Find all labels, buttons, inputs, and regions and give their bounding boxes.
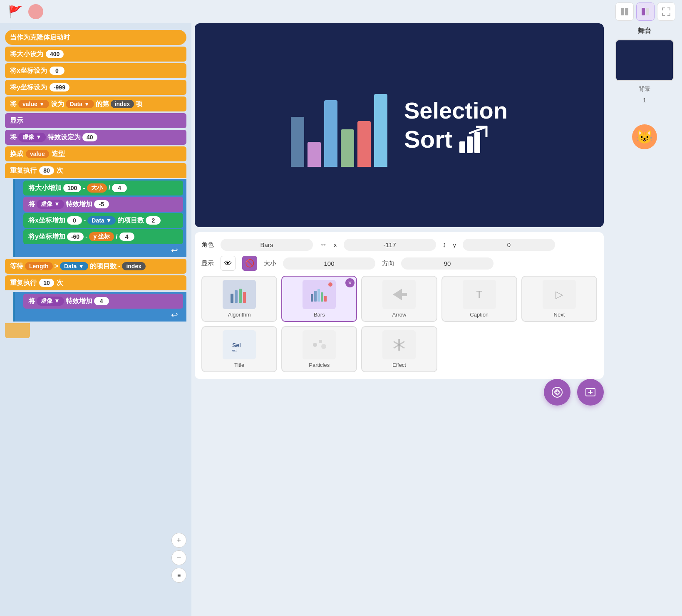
x-divisor-input[interactable]: 2 (146, 216, 161, 225)
data-dropdown3[interactable]: Data ▼ (60, 262, 88, 270)
sprites-grid: Algorithm ✕ Bars (201, 276, 597, 372)
block-wait[interactable]: 等待 Length > Data ▼ 的项目数 - index (5, 259, 186, 274)
eye-visible-button[interactable]: 👁 (221, 256, 236, 271)
index-input2[interactable]: index (122, 262, 146, 270)
block-label: 将大小设为 (10, 50, 43, 59)
sprite-thumb-next[interactable]: ▷ Next (521, 276, 597, 322)
loop-arrow2-icon: ↩ (171, 310, 178, 320)
size-var-dropdown[interactable]: 大小 (87, 183, 107, 193)
block-set-value[interactable]: 将 value ▼ 设为 Data ▼ 的第 index 项 (5, 96, 186, 111)
block-change-x[interactable]: 将x坐标增加 0 - Data ▼ 的项目数 2 (23, 213, 183, 228)
sprite-thumb-arrow[interactable]: Arrow (361, 276, 437, 322)
caption-label: Caption (470, 312, 489, 318)
ghost-dropdown[interactable]: 虚像 ▼ (18, 133, 46, 142)
repeat-val[interactable]: 80 (39, 166, 54, 175)
svg-rect-13 (314, 291, 317, 302)
block-set-x[interactable]: 将x坐标设为 0 (5, 63, 186, 78)
zoom-out-button[interactable]: − (171, 550, 186, 565)
sprite-thumb-effect[interactable]: Effect (361, 326, 437, 372)
main-layout: 当作为克隆体启动时 将大小设为 400 将x坐标设为 0 将y坐标设为 -999… (0, 23, 682, 616)
x-input[interactable]: 0 (50, 67, 64, 75)
size-delta-input[interactable]: 100 (63, 184, 81, 192)
sprite-thumb-title[interactable]: Sel ect Title (201, 326, 277, 372)
arrow-thumb-icon (389, 285, 409, 304)
block-set-size[interactable]: 将大小设为 400 (5, 47, 186, 62)
block-switch-costume[interactable]: 换成 value 造型 (5, 146, 186, 161)
block-change-y[interactable]: 将y坐标增加 -60 - y 坐标 / 4 (23, 229, 183, 244)
backdrop-number: 1 (643, 97, 646, 104)
zoom-in-button[interactable]: + (171, 533, 186, 548)
effect-val-input[interactable]: 40 (82, 133, 97, 141)
x-delta-input[interactable]: 0 (67, 216, 82, 225)
green-flag-button[interactable]: 🚩 (7, 3, 23, 20)
direction-value-input[interactable] (401, 257, 494, 270)
size-input[interactable]: 400 (46, 50, 64, 58)
svg-rect-6 (474, 132, 480, 153)
block-set-effect[interactable]: 将 虚像 ▼ 特效设定为 40 (5, 130, 186, 145)
block-change-size[interactable]: 将大小增加 100 - 大小 / 4 (23, 181, 183, 195)
stop-button[interactable] (28, 4, 43, 19)
bar-3 (324, 100, 337, 167)
data-dropdown2[interactable]: Data ▼ (87, 216, 116, 225)
block-label: 重复执行 (10, 279, 37, 287)
props-row-top: 角色 ↔ x ↕ y (201, 239, 597, 251)
length-dropdown[interactable]: Length (25, 262, 53, 270)
divisor-input[interactable]: 4 (112, 184, 127, 192)
y-value-input[interactable] (463, 239, 555, 251)
delete-bars-button[interactable]: ✕ (345, 278, 355, 287)
sprite-thumb-algorithm[interactable]: Algorithm (201, 276, 277, 322)
sprite-name-input[interactable] (221, 239, 313, 251)
ghost-delta-input[interactable]: -5 (94, 200, 109, 208)
arrow-thumb-img (382, 280, 416, 309)
x-value-input[interactable] (344, 239, 436, 251)
costume-dropdown[interactable]: value (26, 150, 49, 158)
value-dropdown[interactable]: value ▼ (18, 100, 49, 108)
block-show[interactable]: 显示 (5, 113, 186, 128)
title-line2: Sort (404, 125, 508, 154)
eye-hidden-button[interactable]: 🚫 (242, 256, 257, 271)
fullscreen-button[interactable] (657, 2, 675, 21)
block-label: 当作为克隆体启动时 (10, 33, 70, 42)
block-repeat-10[interactable]: 重复执行 10 次 (5, 275, 186, 290)
y-delta-input[interactable]: -60 (67, 233, 84, 241)
sprite-thumb-caption[interactable]: T Caption (441, 276, 517, 322)
block-repeat-80[interactable]: 重复执行 80 次 (5, 163, 186, 178)
stage-thumbnail[interactable] (615, 40, 674, 81)
block-bottom[interactable] (5, 323, 30, 338)
right-panel: 舞台 背景 1 😺 (607, 23, 682, 616)
block-clone-start[interactable]: 当作为克隆体启动时 (5, 30, 186, 45)
arrow-label: Arrow (392, 312, 407, 318)
fit-button[interactable]: ≡ (171, 568, 186, 583)
bars-label: Bars (314, 312, 325, 318)
block-label: 等待 (10, 262, 23, 271)
code-view-button[interactable] (636, 2, 655, 21)
block-label: 将y坐标增加 (28, 233, 65, 241)
sprite-label: 角色 (201, 241, 214, 249)
y-var-dropdown[interactable]: y 坐标 (89, 232, 114, 241)
algorithm-icon (229, 285, 250, 304)
block-set-y[interactable]: 将y坐标设为 -999 (5, 80, 186, 95)
top-bar-left: 🚩 (7, 3, 43, 20)
show-label: 显示 (201, 260, 214, 267)
split-view-button[interactable] (615, 2, 634, 21)
y-divisor-input[interactable]: 4 (119, 233, 134, 241)
block-change-ghost[interactable]: 将 虚像 ▼ 特效增加 -5 (23, 197, 183, 212)
sprite-thumb-particles[interactable]: Particles (281, 326, 357, 372)
title-line1: Selection (404, 96, 508, 124)
add-stage-button[interactable] (577, 379, 604, 406)
data-dropdown[interactable]: Data ▼ (66, 100, 94, 108)
ghost-delta2-input[interactable]: 4 (94, 297, 109, 305)
ghost-dropdown2[interactable]: 虚像 ▼ (37, 200, 64, 209)
index-input[interactable]: index (111, 100, 134, 108)
y-input[interactable]: -999 (50, 83, 69, 92)
size-label: 大小 (264, 260, 276, 267)
add-sprite-button[interactable] (544, 379, 570, 406)
block-label: - (85, 233, 87, 240)
ghost-dropdown3[interactable]: 虚像 ▼ (37, 297, 64, 306)
sprite-thumb-bars[interactable]: ✕ Bars (281, 276, 357, 322)
bar-chart (291, 84, 387, 167)
repeat10-val[interactable]: 10 (39, 279, 54, 287)
svg-rect-16 (324, 296, 327, 302)
block-change-ghost2[interactable]: 将 虚像 ▼ 特效增加 4 (23, 294, 183, 309)
size-value-input[interactable] (283, 257, 375, 270)
